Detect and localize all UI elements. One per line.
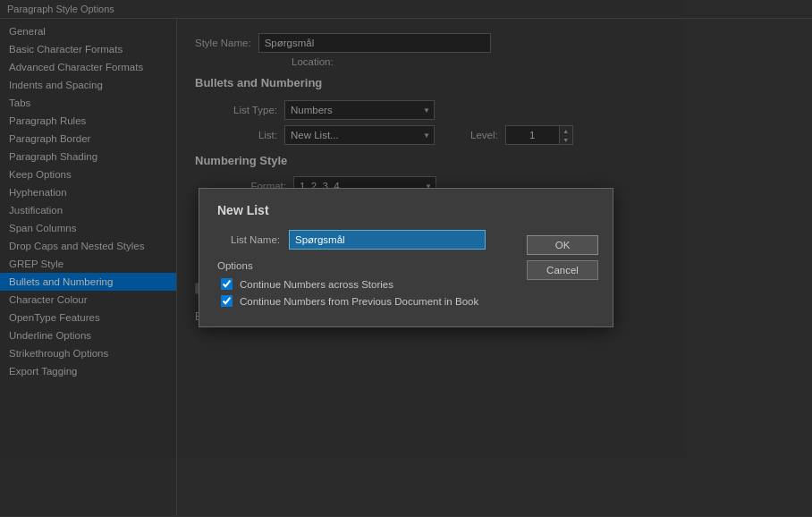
- option1-label: Continue Numbers across Stories: [240, 279, 393, 290]
- cancel-button[interactable]: Cancel: [527, 260, 598, 280]
- new-list-title: New List: [217, 203, 595, 217]
- ok-button[interactable]: OK: [527, 235, 598, 255]
- nl-name-label: List Name:: [217, 234, 280, 245]
- option2-checkbox[interactable]: [221, 295, 233, 307]
- new-list-dialog: New List List Name: Options Continue Num…: [199, 188, 613, 327]
- nl-name-input[interactable]: [289, 230, 486, 250]
- nl-buttons: OK Cancel: [527, 235, 598, 280]
- option2-row: Continue Numbers from Previous Document …: [217, 295, 595, 307]
- option2-label: Continue Numbers from Previous Document …: [240, 296, 478, 307]
- option1-checkbox[interactable]: [221, 278, 233, 290]
- overlay: New List List Name: Options Continue Num…: [0, 0, 812, 517]
